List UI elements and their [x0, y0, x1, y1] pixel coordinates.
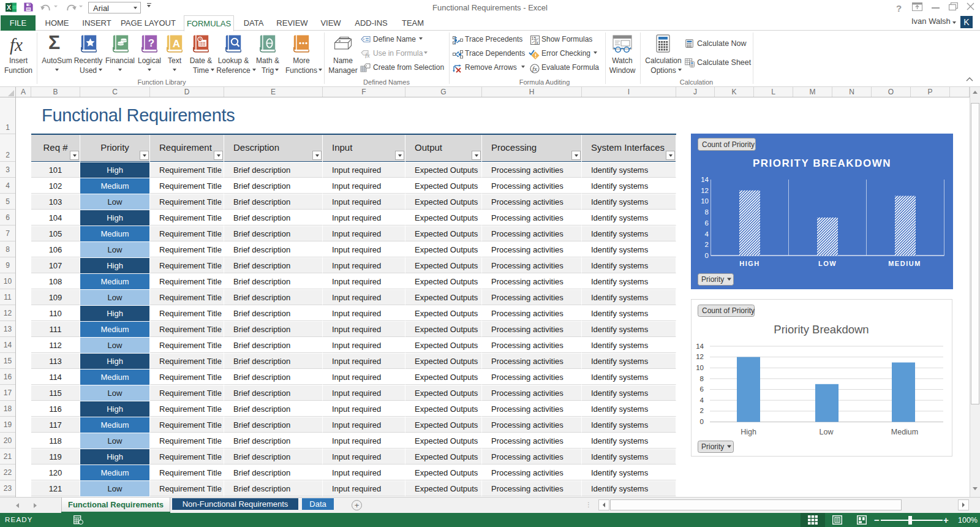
svg-text:A: A [173, 38, 180, 50]
svg-text:4: 4 [700, 396, 704, 404]
svg-text:2: 2 [700, 407, 704, 414]
svg-text:fx: fx [532, 65, 537, 72]
svg-text:Medium: Medium [891, 428, 918, 436]
svg-text:14: 14 [696, 343, 704, 350]
svg-text:10: 10 [696, 364, 704, 371]
svg-text:LOW: LOW [818, 260, 837, 267]
svg-text:Low: Low [820, 428, 834, 436]
svg-text:0: 0 [705, 252, 709, 259]
svg-text:2: 2 [705, 241, 709, 248]
svg-text:12: 12 [696, 353, 704, 360]
svg-text:10: 10 [701, 197, 709, 205]
svg-text:12: 12 [701, 187, 709, 194]
svg-text:6: 6 [700, 385, 704, 393]
svg-text:0: 0 [700, 418, 704, 425]
svg-text:PRIORITY BREAKDOWN: PRIORITY BREAKDOWN [753, 157, 891, 169]
svg-text:MEDIUM: MEDIUM [888, 260, 921, 267]
svg-text:8: 8 [705, 208, 709, 216]
svg-text:14: 14 [701, 176, 709, 183]
svg-text:Count of Priority: Count of Priority [702, 140, 755, 149]
svg-text:?: ? [148, 37, 154, 49]
svg-text:High: High [741, 428, 756, 436]
svg-text:Priority: Priority [701, 442, 724, 451]
svg-text:Count of Priority: Count of Priority [702, 306, 755, 315]
svg-text:fx: fx [365, 51, 370, 58]
svg-text:HIGH: HIGH [739, 260, 760, 267]
svg-text:6: 6 [705, 219, 709, 227]
svg-text:fx: fx [535, 40, 538, 45]
svg-text:Priority Breakdown: Priority Breakdown [774, 323, 869, 336]
svg-text:4: 4 [705, 230, 709, 238]
svg-text:8: 8 [700, 375, 704, 382]
svg-text:Priority: Priority [701, 275, 724, 284]
